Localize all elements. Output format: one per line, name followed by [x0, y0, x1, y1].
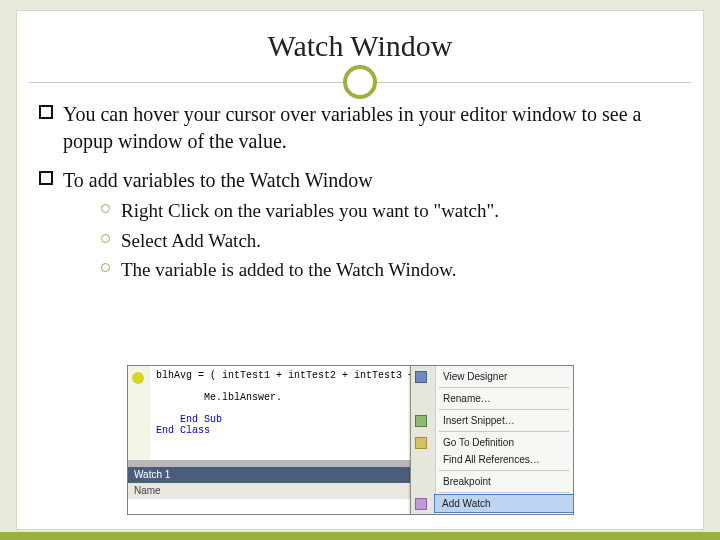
- breakpoint-marker-icon: [132, 372, 144, 384]
- sub-bullet-3: The variable is added to the Watch Windo…: [101, 257, 681, 283]
- sub-bullet-1: Right Click on the variables you want to…: [101, 198, 681, 224]
- content-area: You can hover your cursor over variables…: [17, 95, 703, 283]
- menu-separator: [439, 409, 569, 410]
- menu-rename-label: Rename…: [443, 393, 491, 404]
- circle-bullet-icon: [101, 204, 110, 213]
- menu-goto-definition[interactable]: Go To Definition: [435, 434, 573, 451]
- footer-accent-bar: [0, 532, 720, 540]
- menu-goto-definition-label: Go To Definition: [443, 437, 514, 448]
- circle-bullet-icon: [101, 234, 110, 243]
- square-bullet-icon: [39, 105, 53, 119]
- menu-separator: [439, 492, 569, 493]
- embedded-screenshot: blhAvg = ( intTest1 + intTest2 + intTest…: [127, 365, 574, 515]
- sub-bullet-list: Right Click on the variables you want to…: [101, 198, 681, 283]
- menu-insert-snippet[interactable]: Insert Snippet…: [435, 412, 573, 429]
- sub-bullet-3-text: The variable is added to the Watch Windo…: [121, 259, 457, 280]
- menu-separator: [439, 431, 569, 432]
- menu-items: View Designer Rename… Insert Snippet… Go…: [435, 368, 573, 515]
- code-line-1: blhAvg = ( intTest1 + intTest2 + intTest…: [156, 370, 411, 381]
- menu-find-references[interactable]: Find All References…: [435, 451, 573, 468]
- designer-icon: [415, 371, 427, 383]
- code-end-sub: End Sub: [180, 414, 222, 425]
- bullet-1-text: You can hover your cursor over variables…: [63, 103, 641, 152]
- square-bullet-icon: [39, 171, 53, 185]
- watch-panel-body: [128, 499, 411, 514]
- code-editor: blhAvg = ( intTest1 + intTest2 + intTest…: [150, 366, 411, 460]
- watch-panel-header: Name: [128, 483, 411, 500]
- goto-icon: [415, 437, 427, 449]
- circle-bullet-icon: [101, 263, 110, 272]
- panel-splitter: [128, 460, 411, 467]
- menu-add-watch-label: Add Watch: [442, 498, 491, 509]
- bullet-2-text: To add variables to the Watch Window: [63, 169, 373, 191]
- sub-bullet-2-text: Select Add Watch.: [121, 230, 261, 251]
- title-divider: [17, 69, 703, 95]
- menu-view-designer[interactable]: View Designer: [435, 368, 573, 385]
- watch-panel-title: Watch 1: [128, 467, 411, 484]
- slide: Watch Window You can hover your cursor o…: [16, 10, 704, 530]
- sub-bullet-2: Select Add Watch.: [101, 228, 681, 254]
- slide-title: Watch Window: [17, 29, 703, 63]
- menu-add-watch[interactable]: Add Watch: [434, 494, 574, 513]
- snippet-icon: [415, 415, 427, 427]
- bullet-2: To add variables to the Watch Window Rig…: [39, 167, 681, 283]
- sub-bullet-1-text: Right Click on the variables you want to…: [121, 200, 499, 221]
- watch-icon: [415, 498, 427, 510]
- accent-ring-icon: [343, 65, 377, 99]
- code-gutter: [128, 366, 151, 460]
- menu-insert-snippet-label: Insert Snippet…: [443, 415, 515, 426]
- menu-breakpoint[interactable]: Breakpoint: [435, 473, 573, 490]
- menu-rename[interactable]: Rename…: [435, 390, 573, 407]
- menu-separator: [439, 470, 569, 471]
- menu-quickwatch[interactable]: QuickWatch…: [435, 512, 573, 515]
- bullet-1: You can hover your cursor over variables…: [39, 101, 681, 155]
- context-menu: View Designer Rename… Insert Snippet… Go…: [410, 366, 573, 514]
- code-line-2: Me.lblAnswer.: [204, 392, 282, 403]
- menu-find-references-label: Find All References…: [443, 454, 540, 465]
- code-end-class: End Class: [156, 425, 210, 436]
- menu-view-designer-label: View Designer: [443, 371, 507, 382]
- menu-separator: [439, 387, 569, 388]
- menu-breakpoint-label: Breakpoint: [443, 476, 491, 487]
